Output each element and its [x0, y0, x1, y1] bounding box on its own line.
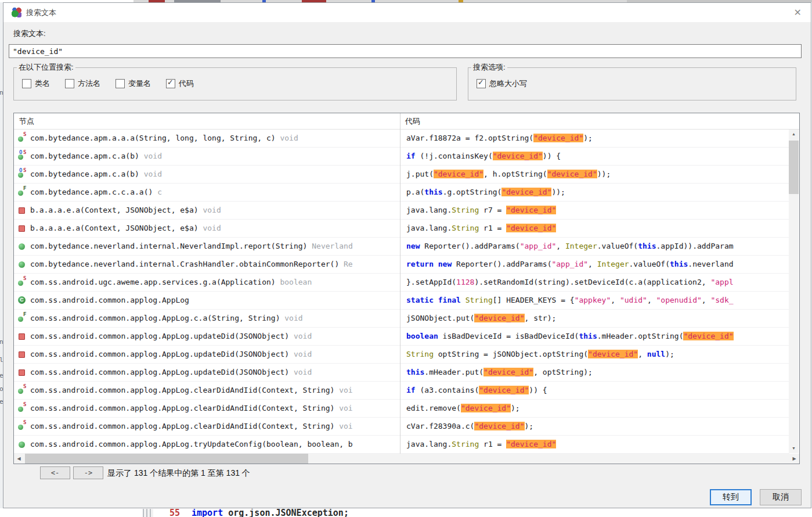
code-segment: ));: [551, 188, 565, 196]
method-static-icon: S: [17, 404, 28, 413]
code-segment: ,: [611, 296, 620, 304]
node-row[interactable]: Fcom.bytedance.apm.c.c.a.a() c: [14, 184, 400, 202]
dialog-titlebar[interactable]: 搜索文本 ✕: [3, 3, 811, 22]
code-segment: Reporter().addParams(: [452, 260, 551, 268]
results-horizontal-scrollbar[interactable]: ◀ ▶: [14, 454, 799, 464]
node-row[interactable]: Scom.bytedance.apm.a.a.a(String, long, l…: [14, 130, 400, 148]
node-row[interactable]: OScom.bytedance.apm.c.a(b) void: [14, 148, 400, 166]
code-segment: ));: [597, 170, 611, 178]
code-segment: (a3.contains(: [416, 386, 479, 394]
checked-checkbox-icon[interactable]: [477, 79, 486, 88]
code-segment: [434, 260, 438, 268]
code-row[interactable]: static final String[] HEADER_KEYS = {"ap…: [400, 292, 789, 310]
node-row[interactable]: Scom.ss.android.ugc.aweme.app.services.g…: [14, 274, 400, 292]
scope-checkbox[interactable]: 类名: [22, 78, 50, 89]
node-row[interactable]: b.a.a.a.e.a(Context, JSONObject, e$a) vo…: [14, 220, 400, 238]
next-result-button[interactable]: ->: [73, 466, 103, 479]
node-row[interactable]: com.bytedance.neverland.internal.CrashHa…: [14, 256, 400, 274]
cancel-button[interactable]: 取消: [760, 489, 802, 505]
node-row[interactable]: com.ss.android.common.applog.AppLog.upda…: [14, 364, 400, 382]
node-row[interactable]: Fcom.ss.android.common.applog.AppLog.c.a…: [14, 310, 400, 328]
method-final-icon: F: [17, 314, 28, 323]
unchecked-checkbox-icon[interactable]: [116, 79, 125, 88]
code-row[interactable]: j.put("device_id", h.optString("device_i…: [400, 166, 789, 184]
code-segment: this: [424, 188, 442, 196]
search-input[interactable]: [9, 44, 802, 58]
node-signature: com.ss.android.common.applog.AppLog.c.a(…: [30, 314, 280, 322]
node-row[interactable]: Ccom.ss.android.common.applog.AppLog: [14, 292, 400, 310]
horizontal-scroll-thumb[interactable]: [25, 454, 308, 464]
node-return-type: void: [139, 152, 162, 160]
scope-options-row: 类名方法名变量名代码: [14, 73, 456, 89]
node-row[interactable]: com.ss.android.common.applog.AppLog.tryU…: [14, 436, 400, 454]
code-column-header: 代码: [405, 113, 420, 129]
code-vertical-scrollbar[interactable]: ▲ ▼: [789, 130, 799, 453]
scroll-left-icon[interactable]: ◀: [14, 454, 24, 464]
code-segment: (!j.containsKey(: [416, 152, 493, 160]
scroll-down-icon[interactable]: ▼: [789, 444, 799, 453]
node-row[interactable]: com.ss.android.common.applog.AppLog.upda…: [14, 346, 400, 364]
code-segment: );: [525, 422, 534, 430]
code-segment: this: [579, 332, 597, 340]
node-signature: com.ss.android.common.applog.AppLog.upda…: [30, 368, 289, 376]
unchecked-checkbox-icon[interactable]: [65, 79, 74, 88]
code-row[interactable]: java.lang.String r1 = "device_id": [400, 436, 789, 454]
node-row[interactable]: com.ss.android.common.applog.AppLog.upda…: [14, 328, 400, 346]
checked-checkbox-icon[interactable]: [166, 79, 175, 88]
node-row[interactable]: com.bytedance.neverland.internal.Neverla…: [14, 238, 400, 256]
node-row[interactable]: Scom.ss.android.common.applog.AppLog.cle…: [14, 382, 400, 400]
node-return-type: c: [153, 188, 162, 196]
close-icon[interactable]: ✕: [794, 7, 802, 18]
node-row[interactable]: Scom.ss.android.common.applog.AppLog.cle…: [14, 400, 400, 418]
code-segment: cVar.f28390a.c(: [406, 422, 474, 430]
code-segment: ,: [638, 350, 647, 358]
scroll-right-icon[interactable]: ▶: [789, 454, 799, 464]
code-row[interactable]: java.lang.String r7 = "device_id": [400, 202, 789, 220]
node-return-type: void: [276, 134, 298, 142]
code-segment: .valueOf(: [629, 260, 670, 268]
unchecked-checkbox-icon[interactable]: [22, 79, 31, 88]
scope-checkbox[interactable]: 代码: [166, 78, 194, 89]
code-row[interactable]: cVar.f28390a.c("device_id");: [400, 418, 789, 436]
code-row[interactable]: boolean isBadDeviceId = isBadDeviceId(th…: [400, 328, 789, 346]
node-signature: com.bytedance.neverland.internal.CrashHa…: [30, 260, 339, 268]
code-row[interactable]: if (a3.contains("device_id")) {: [400, 382, 789, 400]
scope-checkbox[interactable]: 方法名: [65, 78, 100, 89]
goto-button[interactable]: 转到: [710, 489, 752, 505]
search-hit: "device_id": [434, 170, 483, 178]
option-checkbox[interactable]: 忽略大小写: [477, 78, 527, 89]
code-row[interactable]: String optString = jSONObject.optString(…: [400, 346, 789, 364]
code-row[interactable]: aVar.f18872a = f2.optString("device_id")…: [400, 130, 789, 148]
code-row[interactable]: this.mHeader.put("device_id", optString)…: [400, 364, 789, 382]
code-row[interactable]: }.setAppId(1128).setRandomId(string).set…: [400, 274, 789, 292]
code-row[interactable]: if (!j.containsKey("device_id")) {: [400, 148, 789, 166]
node-return-type: void: [139, 170, 162, 178]
code-segment: .mHeader.optString(: [597, 332, 684, 340]
code-segment: [] HEADER_KEYS = {: [493, 296, 575, 304]
scope-checkbox[interactable]: 变量名: [116, 78, 151, 89]
scope-checkbox-label: 方法名: [78, 78, 100, 89]
results-header: 节点 代码: [14, 113, 799, 130]
code-segment: "app_id": [551, 260, 588, 268]
node-row[interactable]: b.a.a.a.e.a(Context, JSONObject, e$a) vo…: [14, 202, 400, 220]
scroll-up-icon[interactable]: ▲: [789, 130, 799, 139]
search-text-label: 搜索文本:: [13, 28, 46, 39]
code-row[interactable]: java.lang.String r1 = "device_id": [400, 220, 789, 238]
node-row[interactable]: OScom.bytedance.apm.c.a(b) void: [14, 166, 400, 184]
code-segment: jSONObject.put(: [406, 314, 474, 322]
code-segment: "appl: [710, 278, 733, 286]
screen: nlnaleeFopea 55 import org.json.JSONExce…: [0, 0, 812, 517]
vertical-scroll-thumb[interactable]: [789, 141, 799, 194]
method-private-icon: [17, 368, 28, 377]
code-row[interactable]: edit.remove("device_id");: [400, 400, 789, 418]
code-segment: [434, 296, 438, 304]
node-row[interactable]: Scom.ss.android.common.applog.AppLog.cle…: [14, 418, 400, 436]
code-row[interactable]: jSONObject.put("device_id", str);: [400, 310, 789, 328]
code-row[interactable]: new Reporter().addParams("app_id", Integ…: [400, 238, 789, 256]
code-row[interactable]: return new Reporter().addParams("app_id"…: [400, 256, 789, 274]
code-row[interactable]: p.a(this.g.optString("device_id"));: [400, 184, 789, 202]
previous-result-button[interactable]: <-: [40, 466, 70, 479]
code-segment: "udid": [620, 296, 647, 304]
method-private-icon: [17, 332, 28, 341]
background-line-number: 55: [169, 509, 180, 517]
